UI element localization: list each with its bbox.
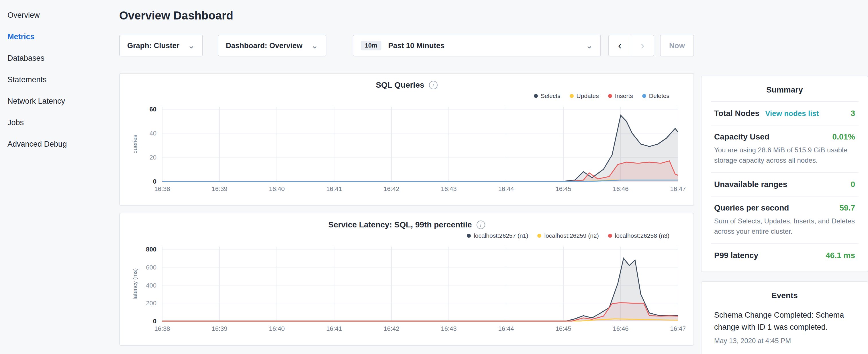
svg-text:20: 20 xyxy=(150,154,156,161)
time-step-back-button[interactable]: ‹ xyxy=(608,35,631,57)
events-title: Events xyxy=(711,291,859,307)
events-panel: Events Schema Change Completed: Schema c… xyxy=(701,281,868,354)
summary-value: 59.7 xyxy=(840,203,856,213)
dashboard-dropdown[interactable]: Dashboard: Overview ⌄ xyxy=(218,35,327,57)
svg-text:queries: queries xyxy=(132,135,138,154)
sidebar-item-metrics[interactable]: Metrics xyxy=(0,26,111,47)
summary-row-queries-per-second: Queries per second59.7Sum of Selects, Up… xyxy=(711,196,859,244)
sidebar-item-overview[interactable]: Overview xyxy=(0,5,111,26)
legend-item-deletes[interactable]: Deletes xyxy=(642,93,670,99)
view-nodes-list-link[interactable]: View nodes list xyxy=(765,109,819,118)
summary-row-p99-latency: P99 latency46.1 ms xyxy=(711,244,859,267)
svg-text:16:42: 16:42 xyxy=(383,185,399,192)
main-content: Overview Dashboard Graph: Cluster ⌄ Dash… xyxy=(119,0,694,346)
legend-item-localhost-26259-n2[interactable]: localhost:26259 (n2) xyxy=(537,232,599,239)
legend-dot xyxy=(570,94,574,98)
info-icon[interactable]: i xyxy=(476,221,485,229)
graph-dropdown[interactable]: Graph: Cluster ⌄ xyxy=(119,35,203,57)
svg-text:40: 40 xyxy=(150,130,156,137)
legend-item-selects[interactable]: Selects xyxy=(534,93,560,99)
svg-text:16:45: 16:45 xyxy=(555,185,571,192)
svg-text:16:39: 16:39 xyxy=(212,325,227,332)
dashboard-dropdown-label: Dashboard: Overview xyxy=(226,41,302,50)
svg-text:16:40: 16:40 xyxy=(269,325,284,332)
svg-text:16:47: 16:47 xyxy=(670,325,685,332)
chart-legend: localhost:26257 (n1)localhost:26259 (n2)… xyxy=(129,232,684,240)
svg-text:16:46: 16:46 xyxy=(613,185,628,192)
chevron-down-icon: ⌄ xyxy=(188,41,195,50)
summary-row-unavailable-ranges: Unavailable ranges0 xyxy=(711,172,859,196)
summary-label: Unavailable ranges xyxy=(714,180,787,189)
summary-label: Capacity Used xyxy=(714,132,769,141)
svg-text:600: 600 xyxy=(146,264,156,271)
time-range-dropdown[interactable]: 10m Past 10 Minutes ⌄ xyxy=(353,35,601,57)
svg-text:latency (ms): latency (ms) xyxy=(132,268,138,299)
sidebar-item-statements[interactable]: Statements xyxy=(0,69,111,91)
legend-item-localhost-26257-n1[interactable]: localhost:26257 (n1) xyxy=(467,232,528,239)
sidebar-item-jobs[interactable]: Jobs xyxy=(0,112,111,133)
sidebar-item-advanced-debug[interactable]: Advanced Debug xyxy=(0,133,111,155)
summary-label: P99 latency xyxy=(714,251,758,260)
svg-text:16:41: 16:41 xyxy=(326,325,342,332)
chevron-down-icon: ⌄ xyxy=(586,41,593,50)
legend-dot xyxy=(534,94,538,98)
event-timestamp: May 13, 2020 at 4:45 PM xyxy=(714,337,855,345)
legend-item-localhost-26258-n3[interactable]: localhost:26258 (n3) xyxy=(608,232,670,239)
right-column: Summary Total NodesView nodes list3Capac… xyxy=(701,75,868,354)
summary-value: 3 xyxy=(850,109,855,118)
time-step-forward-button[interactable]: › xyxy=(631,35,654,57)
summary-row-total-nodes: Total NodesView nodes list3 xyxy=(711,101,859,125)
chart-title: Service Latency: SQL, 99th percentile xyxy=(328,220,472,229)
svg-text:16:40: 16:40 xyxy=(269,185,284,192)
legend-dot xyxy=(608,234,612,238)
service-latency-chart[interactable]: 16:3816:3916:4016:4116:4216:4316:4416:45… xyxy=(129,241,684,341)
summary-row-capacity-used: Capacity Used0.01%You are using 28.6 MiB… xyxy=(711,125,859,172)
event-text: Schema Change Completed: Schema change w… xyxy=(714,309,855,333)
now-button[interactable]: Now xyxy=(660,35,694,57)
svg-text:16:46: 16:46 xyxy=(613,325,628,332)
sidebar-item-databases[interactable]: Databases xyxy=(0,47,111,69)
svg-text:16:41: 16:41 xyxy=(326,185,342,192)
svg-text:60: 60 xyxy=(150,106,156,113)
svg-text:16:38: 16:38 xyxy=(154,325,170,332)
legend-dot xyxy=(608,94,612,98)
sidebar-item-network-latency[interactable]: Network Latency xyxy=(0,91,111,112)
event-item[interactable]: Schema Change Completed: Schema change w… xyxy=(711,307,859,352)
chart-canvas: 16:3816:3916:4016:4116:4216:4316:4416:45… xyxy=(129,241,685,338)
summary-value: 0.01% xyxy=(833,132,855,141)
svg-text:0: 0 xyxy=(153,178,156,185)
summary-value: 0 xyxy=(850,180,855,189)
page: OverviewMetricsDatabasesStatementsNetwor… xyxy=(0,0,868,354)
summary-label: Queries per second xyxy=(714,203,789,213)
legend-dot xyxy=(467,234,471,238)
svg-text:16:42: 16:42 xyxy=(383,325,399,332)
svg-text:400: 400 xyxy=(146,282,156,289)
legend-dot xyxy=(537,234,541,238)
time-step-group: ‹ › xyxy=(608,35,654,57)
svg-text:200: 200 xyxy=(146,299,156,307)
service-latency-chart-panel: Service Latency: SQL, 99th percentile i … xyxy=(119,213,694,346)
legend-item-inserts[interactable]: Inserts xyxy=(608,93,633,99)
sql-queries-chart-panel: SQL Queries i SelectsUpdatesInsertsDelet… xyxy=(119,73,694,206)
svg-text:16:44: 16:44 xyxy=(498,325,514,332)
svg-text:16:38: 16:38 xyxy=(154,185,170,192)
chart-title: SQL Queries xyxy=(376,81,424,90)
summary-value: 46.1 ms xyxy=(826,251,855,260)
svg-text:16:47: 16:47 xyxy=(670,185,685,192)
legend-item-updates[interactable]: Updates xyxy=(570,93,599,99)
chart-canvas: 16:3816:3916:4016:4116:4216:4316:4416:45… xyxy=(129,101,685,198)
chevron-left-icon: ‹ xyxy=(618,39,622,52)
toolbar: Graph: Cluster ⌄ Dashboard: Overview ⌄ 1… xyxy=(119,35,694,57)
summary-title: Summary xyxy=(711,85,859,101)
summary-description: You are using 28.6 MiB of 515.9 GiB usab… xyxy=(714,145,855,165)
svg-text:16:45: 16:45 xyxy=(555,325,571,332)
info-icon[interactable]: i xyxy=(429,81,438,89)
chevron-down-icon: ⌄ xyxy=(311,41,318,50)
svg-text:800: 800 xyxy=(146,246,156,253)
svg-text:16:39: 16:39 xyxy=(212,185,227,192)
sql-queries-chart[interactable]: 16:3816:3916:4016:4116:4216:4316:4416:45… xyxy=(129,101,684,201)
summary-description: Sum of Selects, Updates, Inserts, and De… xyxy=(714,216,855,236)
chart-legend: SelectsUpdatesInsertsDeletes xyxy=(129,92,684,100)
svg-text:0: 0 xyxy=(153,318,156,325)
svg-text:16:44: 16:44 xyxy=(498,185,514,192)
